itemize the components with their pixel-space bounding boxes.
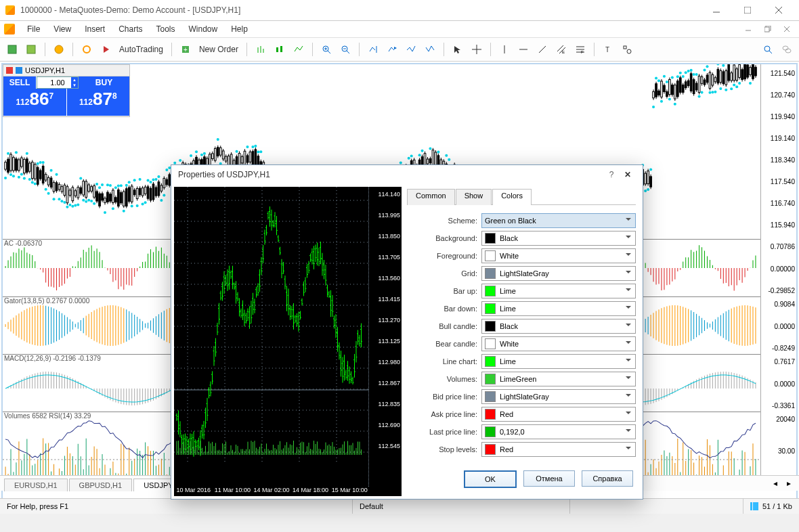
ok-button[interactable]: OK [464, 470, 517, 488]
help-button[interactable]: Справка [582, 470, 633, 487]
svg-rect-577 [712, 74, 714, 85]
zoom-in-icon[interactable] [318, 41, 334, 58]
qty-up-icon[interactable]: ▲ [71, 77, 78, 83]
candlestick-icon[interactable] [272, 41, 288, 58]
autotrading-label[interactable]: AutoTrading [116, 45, 166, 54]
svg-point-630 [58, 198, 60, 200]
color-select[interactable]: LimeGreen [481, 372, 636, 386]
vertical-line-icon[interactable] [496, 41, 513, 58]
fibonacci-icon[interactable]: F [572, 41, 588, 58]
profiles-icon[interactable] [23, 41, 39, 58]
dialog-titlebar[interactable]: Properties of USDJPY,H1 ? ✕ [171, 165, 643, 184]
text-label-icon[interactable]: T [600, 41, 616, 58]
new-chart-icon[interactable] [4, 41, 20, 58]
scheme-select[interactable]: Green on Black [481, 213, 636, 228]
chart-shift-icon[interactable] [384, 41, 400, 58]
color-select[interactable]: 0,192,0 [481, 424, 636, 439]
autotrading-icon[interactable] [98, 41, 114, 58]
quantity-stepper[interactable]: 1.00▲▼ [37, 76, 79, 89]
color-select[interactable]: LightSlateGray [481, 389, 636, 404]
refresh-icon[interactable] [79, 41, 95, 58]
horizontal-line-icon[interactable] [515, 41, 532, 58]
svg-rect-129 [110, 194, 112, 201]
cursor-icon[interactable] [450, 41, 466, 58]
svg-rect-139 [123, 192, 125, 206]
sell-button[interactable]: SELL [3, 76, 37, 89]
zoom-out-icon[interactable] [337, 41, 353, 58]
color-select[interactable]: Red [481, 442, 636, 457]
color-select[interactable]: Lime [481, 301, 636, 316]
sell-price[interactable]: 112867 [3, 89, 66, 116]
dialog-close-button[interactable]: ✕ [620, 170, 636, 179]
menu-insert[interactable]: Insert [78, 23, 112, 35]
svg-point-760 [408, 157, 410, 160]
indicators-icon[interactable] [403, 41, 419, 58]
tab-scroll-left-icon[interactable]: ◂ [769, 477, 781, 489]
new-order-label[interactable]: New Order [196, 45, 241, 54]
search-icon[interactable] [760, 41, 776, 58]
dialog-tab-colors[interactable]: Colors [492, 189, 532, 205]
svg-point-622 [37, 162, 39, 165]
auto-scroll-icon[interactable] [365, 41, 381, 58]
svg-rect-595 [736, 69, 738, 81]
minimize-button[interactable] [701, 1, 731, 20]
line-chart-icon[interactable] [290, 41, 307, 58]
periods-icon[interactable] [422, 41, 438, 58]
svg-rect-167 [160, 185, 163, 191]
svg-rect-533 [653, 91, 655, 97]
svg-point-640 [85, 200, 87, 203]
menu-tools[interactable]: Tools [150, 23, 182, 35]
color-select[interactable]: Black [481, 319, 636, 334]
trendline-icon[interactable] [534, 41, 550, 58]
svg-point-874 [714, 91, 716, 93]
svg-point-860 [676, 75, 679, 78]
svg-rect-551 [676, 81, 678, 97]
menu-file[interactable]: File [20, 23, 47, 35]
connection-status[interactable]: 51 / 1 Kb [743, 502, 799, 510]
equidistant-channel-icon[interactable]: E [553, 41, 569, 58]
dialog-tab-common[interactable]: Common [407, 189, 455, 205]
maximize-button[interactable] [732, 1, 762, 20]
chart-header: USDJPY,H1 [3, 65, 129, 76]
close-button[interactable] [763, 1, 794, 20]
crosshair-icon[interactable] [469, 41, 485, 58]
color-select[interactable]: Red [481, 407, 636, 422]
mdi-close-button[interactable] [779, 21, 795, 37]
svg-point-637 [77, 203, 79, 206]
title-bar: 1000000 - MetaQuotes-Demo: Demo Account … [0, 0, 799, 21]
svg-point-620 [31, 181, 34, 184]
mdi-restore-button[interactable] [760, 21, 776, 37]
objects-icon[interactable] [619, 41, 635, 58]
svg-point-633 [66, 206, 68, 208]
svg-rect-57 [13, 158, 15, 171]
market-watch-icon[interactable] [51, 41, 67, 58]
svg-rect-20 [280, 46, 282, 52]
mdi-minimize-button[interactable] [741, 21, 757, 37]
new-order-icon[interactable]: + [177, 41, 194, 58]
svg-rect-159 [150, 188, 152, 200]
color-select[interactable]: LightSlateGray [481, 266, 636, 281]
svg-rect-541 [664, 85, 666, 91]
menu-help[interactable]: Help [224, 23, 255, 35]
tab-scroll-right-icon[interactable]: ▸ [783, 477, 795, 489]
menu-window[interactable]: Window [182, 23, 225, 35]
color-select[interactable]: Black [481, 231, 636, 246]
color-select[interactable]: Lime [481, 284, 636, 298]
color-select[interactable]: White [481, 248, 636, 263]
menu-view[interactable]: View [47, 23, 78, 35]
dialog-help-button[interactable]: ? [603, 170, 620, 179]
chat-icon[interactable] [779, 41, 795, 58]
cancel-button[interactable]: Отмена [523, 470, 575, 487]
qty-down-icon[interactable]: ▼ [71, 83, 78, 88]
chart-tab[interactable]: GBPUSD,H1 [69, 479, 133, 491]
bar-chart-icon[interactable] [253, 41, 269, 58]
color-select[interactable]: Lime [481, 354, 636, 369]
svg-rect-87 [53, 183, 55, 192]
buy-price[interactable]: 112878 [66, 89, 130, 116]
dialog-tab-show[interactable]: Show [456, 189, 492, 205]
sell-indicator-icon [6, 67, 13, 74]
buy-button[interactable]: BUY [79, 76, 129, 89]
color-select[interactable]: White [481, 336, 636, 351]
chart-tab[interactable]: EURUSD,H1 [4, 479, 68, 491]
menu-charts[interactable]: Charts [112, 23, 149, 35]
